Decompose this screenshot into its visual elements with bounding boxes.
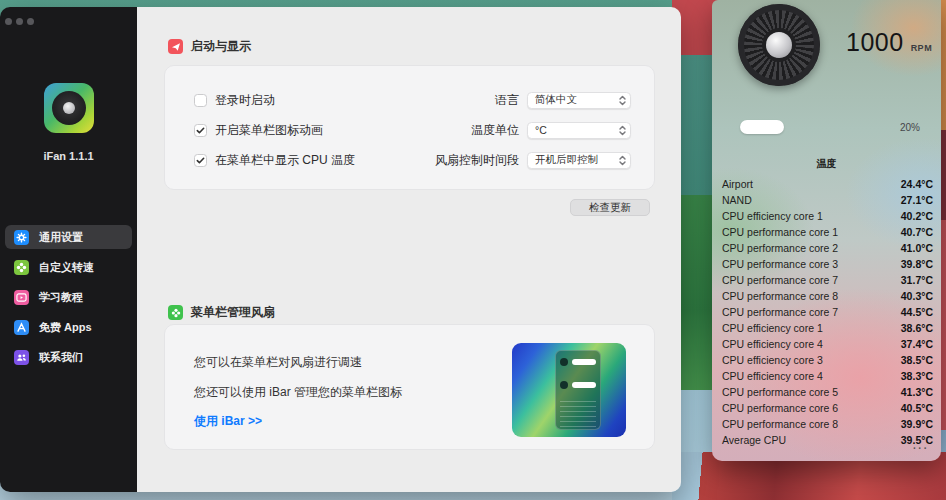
checkbox-row: 开启菜单栏图标动画 xyxy=(194,115,355,145)
checkbox-label: 在菜单栏中显示 CPU 温度 xyxy=(215,152,355,169)
temperature-row: CPU performance core 5 41.3°C xyxy=(722,384,933,400)
checkbox-row: 登录时启动 xyxy=(194,85,355,115)
sidebar-item-icon xyxy=(14,260,29,275)
checkbox[interactable] xyxy=(194,94,207,107)
sidebar-item-label: 通用设置 xyxy=(39,230,83,245)
sensor-name: CPU efficiency core 1 xyxy=(722,322,823,334)
sensor-name: CPU performance core 3 xyxy=(722,258,838,270)
temperature-row: CPU performance core 7 44.5°C xyxy=(722,304,933,320)
select-value: 开机后即控制 xyxy=(535,153,598,167)
menubar-preview-image xyxy=(512,343,626,437)
sensor-value: 41.3°C xyxy=(901,386,933,398)
sensor-name: Airport xyxy=(722,178,753,190)
select-value: 简体中文 xyxy=(535,93,577,107)
select-row: 温度单位 °C xyxy=(435,115,631,145)
sidebar-item-icon xyxy=(14,350,29,365)
more-ellipsis[interactable]: ··· xyxy=(913,443,929,454)
sensor-name: CPU efficiency core 4 xyxy=(722,370,823,382)
sidebar-item-icon xyxy=(14,290,29,305)
temperature-row: CPU efficiency core 3 38.5°C xyxy=(722,352,933,368)
fan-speed-slider[interactable] xyxy=(740,120,784,134)
sidebar-item[interactable]: 自定义转速 xyxy=(5,255,132,279)
sensor-name: CPU performance core 7 xyxy=(722,306,838,318)
sensor-name: NAND xyxy=(722,194,752,206)
checkbox-label: 登录时启动 xyxy=(215,92,275,109)
rpm-value: 1000 xyxy=(846,28,904,57)
temperature-list: Airport 24.4°C NAND 27.1°C CPU efficienc… xyxy=(722,176,933,448)
settings-content: 启动与显示 登录时启动 开启菜单栏图标动画 xyxy=(137,7,681,492)
sidebar-item[interactable]: 联系我们 xyxy=(5,345,132,369)
temperature-row: CPU performance core 2 41.0°C xyxy=(722,240,933,256)
temperature-row: CPU performance core 1 40.7°C xyxy=(722,224,933,240)
temperature-row: CPU performance core 6 40.5°C xyxy=(722,400,933,416)
temperature-title: 温度 xyxy=(712,157,941,171)
temperature-row: CPU performance core 7 31.7°C xyxy=(722,272,933,288)
sensor-value: 40.3°C xyxy=(901,290,933,302)
temperature-row: CPU performance core 8 39.9°C xyxy=(722,416,933,432)
pinwheel-icon xyxy=(168,305,183,320)
dropdown-select[interactable]: 简体中文 xyxy=(527,92,631,109)
dropdown-select[interactable]: 开机后即控制 xyxy=(527,152,631,169)
sidebar-item[interactable]: 通用设置 xyxy=(5,225,132,249)
sensor-value: 38.5°C xyxy=(901,354,933,366)
ifan-settings-window: iFan 1.1.1 xyxy=(0,7,681,492)
sensor-value: 24.4°C xyxy=(901,178,933,190)
sidebar-item-icon xyxy=(14,230,29,245)
sensor-name: CPU performance core 2 xyxy=(722,242,838,254)
menubar-info-line1: 您可以在菜单栏对风扇进行调速 xyxy=(194,354,362,371)
sensor-name: CPU efficiency core 4 xyxy=(722,338,823,350)
ibar-link[interactable]: 使用 iBar >> xyxy=(194,413,262,430)
sidebar-item[interactable]: 学习教程 xyxy=(5,285,132,309)
sensor-value: 37.4°C xyxy=(901,338,933,350)
select-label: 温度单位 xyxy=(471,122,519,139)
check-update-button[interactable]: 检查更新 xyxy=(570,199,650,216)
temperature-row: CPU efficiency core 4 38.3°C xyxy=(722,368,933,384)
sensor-value: 31.7°C xyxy=(901,274,933,286)
select-label: 风扇控制时间段 xyxy=(435,152,519,169)
rpm-readout: 1000 RPM xyxy=(846,28,932,57)
sensor-name: CPU efficiency core 1 xyxy=(722,210,823,222)
sensor-value: 27.1°C xyxy=(901,194,933,206)
traffic-lights xyxy=(5,18,34,25)
sidebar-item-label: 自定义转速 xyxy=(39,260,94,275)
sensor-value: 38.6°C xyxy=(901,322,933,334)
checkbox[interactable] xyxy=(194,154,207,167)
sensor-value: 38.3°C xyxy=(901,370,933,382)
sidebar-item[interactable]: 免费 Apps xyxy=(5,315,132,339)
dropdown-select[interactable]: °C xyxy=(527,122,631,139)
sidebar-item-icon xyxy=(14,320,29,335)
sensor-name: CPU performance core 1 xyxy=(722,226,838,238)
fan-percent: 20% xyxy=(900,122,920,133)
sensor-name: CPU performance core 6 xyxy=(722,402,838,414)
temperature-row: CPU efficiency core 4 37.4°C xyxy=(722,336,933,352)
select-label: 语言 xyxy=(495,92,519,109)
paper-plane-icon xyxy=(168,39,183,54)
checkbox-row: 在菜单栏中显示 CPU 温度 xyxy=(194,145,355,175)
screen: iFan 1.1.1 xyxy=(0,0,946,500)
sensor-value: 39.8°C xyxy=(901,258,933,270)
app-logo-fan-icon xyxy=(52,91,86,125)
app-logo-icon xyxy=(44,83,94,133)
sidebar-item-label: 免费 Apps xyxy=(39,320,92,335)
close-icon[interactable] xyxy=(5,18,12,25)
temperature-row: CPU efficiency core 1 40.2°C xyxy=(722,208,933,224)
temperature-row: CPU performance core 3 39.8°C xyxy=(722,256,933,272)
select-row: 风扇控制时间段 开机后即控制 xyxy=(435,145,631,175)
sensor-value: 41.0°C xyxy=(901,242,933,254)
up-down-chevrons-icon xyxy=(619,155,626,166)
section-launch-title: 启动与显示 xyxy=(191,38,251,55)
up-down-chevrons-icon xyxy=(619,125,626,136)
sidebar: iFan 1.1.1 xyxy=(0,7,137,492)
section-menubar-header: 菜单栏管理风扇 xyxy=(168,304,275,321)
minimize-icon[interactable] xyxy=(16,18,23,25)
menubar-info-line2: 您还可以使用 iBar 管理您的菜单栏图标 xyxy=(194,384,402,401)
zoom-icon[interactable] xyxy=(27,18,34,25)
sensor-name: CPU performance core 7 xyxy=(722,274,838,286)
checkbox[interactable] xyxy=(194,124,207,137)
sensor-value: 40.7°C xyxy=(901,226,933,238)
launch-settings-card: 登录时启动 开启菜单栏图标动画 在菜单栏中显示 CPU 温度 xyxy=(164,65,655,190)
section-launch-header: 启动与显示 xyxy=(168,38,251,55)
app-name: iFan 1.1.1 xyxy=(0,150,137,162)
sensor-name: CPU efficiency core 3 xyxy=(722,354,823,366)
sidebar-item-label: 联系我们 xyxy=(39,350,83,365)
